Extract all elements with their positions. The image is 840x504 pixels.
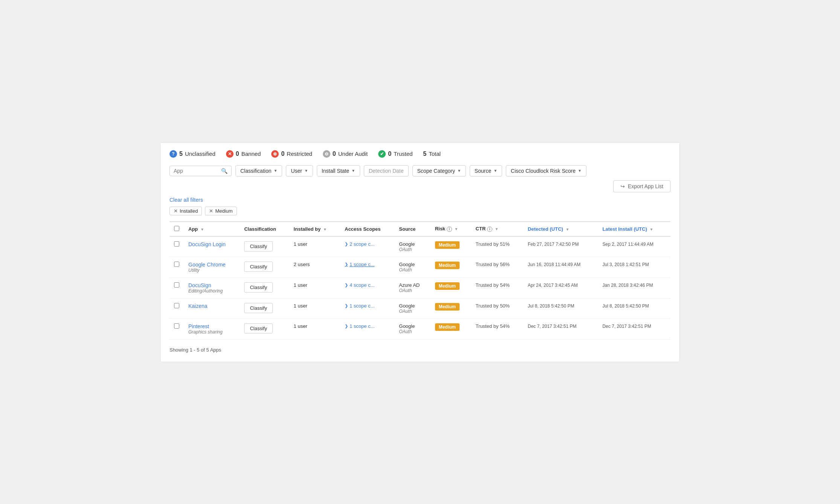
chevron-right-icon: ❯ (345, 324, 348, 329)
medium-filter-label: Medium (215, 208, 232, 214)
source-header: Source (394, 222, 430, 236)
export-row: ↪ Export App List (170, 180, 670, 192)
summary-total: 5 Total (423, 151, 441, 157)
row-checkbox[interactable] (174, 262, 179, 267)
scope-link[interactable]: ❯ 4 scope c... (345, 282, 390, 288)
clear-filters-link[interactable]: Clear all filters (170, 197, 203, 203)
app-category: Editing/Authoring (188, 288, 235, 294)
installed-by-cell: 2 users (289, 257, 340, 277)
restricted-icon: ⊕ (271, 150, 279, 158)
detected-cell: Feb 27, 2017 7:42:50 PM (523, 236, 598, 257)
app-category: Utility (188, 268, 235, 273)
select-all-checkbox[interactable] (174, 226, 179, 231)
source-dropdown[interactable]: Source ▼ (470, 165, 502, 177)
app-name-link[interactable]: DocuSign (188, 282, 235, 288)
restricted-count: 0 (281, 151, 284, 157)
risk-badge: Medium (435, 262, 460, 269)
search-box[interactable]: 🔍 (170, 166, 232, 176)
row-checkbox[interactable] (174, 282, 179, 288)
row-checkbox[interactable] (174, 241, 179, 247)
showing-label: Showing 1 - 5 of 5 Apps (170, 347, 221, 353)
app-name-link[interactable]: Google Chrome (188, 262, 235, 268)
risk-cell: Medium (431, 298, 471, 318)
audit-icon: ⊖ (323, 150, 330, 158)
access-scopes-cell: ❯ 1 scope c... (340, 318, 394, 339)
classify-cell: Classify (240, 298, 289, 318)
detection-date-input[interactable]: Detection Date (364, 165, 409, 177)
scope-link[interactable]: ❯ 2 scope c... (345, 241, 390, 247)
scope-link[interactable]: ❯ 1 scope c... (345, 303, 390, 309)
classify-button[interactable]: Classify (244, 323, 273, 333)
classify-button[interactable]: Classify (244, 282, 273, 292)
risk-info-icon[interactable]: i (447, 227, 452, 232)
source-label: Source (475, 168, 491, 174)
app-name-link[interactable]: Kaizena (188, 303, 235, 309)
chevron-right-icon: ❯ (345, 262, 348, 267)
source-primary: Google (399, 323, 426, 329)
source-caret: ▼ (493, 169, 497, 173)
ctr-value: Trusted by 56% (476, 262, 510, 267)
risk-score-caret: ▼ (578, 169, 582, 173)
access-scopes-cell: ❯ 4 scope c... (340, 277, 394, 298)
ctr-sort-icon[interactable]: ▼ (495, 227, 499, 231)
installed-by-sort-icon[interactable]: ▼ (323, 227, 327, 231)
search-input[interactable] (174, 168, 219, 174)
detected-cell: Jul 8, 2018 5:42:50 PM (523, 298, 598, 318)
risk-badge: Medium (435, 241, 460, 249)
app-cell: Kaizena (184, 298, 240, 318)
scope-category-dropdown[interactable]: Scope Category ▼ (412, 165, 466, 177)
banned-label: Banned (241, 151, 261, 157)
source-cell: Google OAuth (394, 318, 430, 339)
scope-link[interactable]: ❯ 1 scope c... (345, 323, 390, 329)
latest-install-cell: Sep 2, 2017 11:44:49 AM (598, 236, 670, 257)
trusted-count: 0 (388, 151, 391, 157)
install-state-label: Install State (322, 168, 349, 174)
latest-install-cell: Jul 3, 2018 1:42:51 PM (598, 257, 670, 277)
classify-button[interactable]: Classify (244, 262, 273, 272)
app-name-link[interactable]: Pinterest (188, 323, 235, 329)
row-checkbox[interactable] (174, 303, 179, 308)
restricted-label: Restricted (287, 151, 312, 157)
filter-tag-installed[interactable]: ✕ Installed (170, 207, 202, 215)
remove-installed-icon[interactable]: ✕ (174, 208, 178, 214)
row-checkbox-cell (170, 277, 184, 298)
classify-cell: Classify (240, 236, 289, 257)
installed-by-cell: 1 user (289, 236, 340, 257)
scope-link[interactable]: ❯ 1 scope c... (345, 262, 390, 267)
banned-icon: ✕ (226, 150, 234, 158)
installed-by-value: 2 users (294, 262, 310, 267)
summary-unclassified: ? 5 Unclassified (170, 150, 215, 158)
detected-sort-icon[interactable]: ▼ (566, 227, 570, 231)
user-caret: ▼ (304, 169, 308, 173)
user-dropdown[interactable]: User ▼ (286, 165, 313, 177)
detected-value: Feb 27, 2017 7:42:50 PM (528, 242, 579, 247)
trusted-icon: ✔ (378, 150, 386, 158)
classify-button[interactable]: Classify (244, 303, 273, 313)
apps-table: App ▼ Classification Installed by ▼ Acce… (170, 221, 670, 340)
app-name-link[interactable]: DocuSign Login (188, 241, 235, 247)
risk-score-dropdown[interactable]: Cisco Cloudlock Risk Score ▼ (506, 165, 586, 177)
row-checkbox[interactable] (174, 323, 179, 329)
ctr-cell: Trusted by 54% (471, 277, 523, 298)
ctr-value: Trusted by 50% (476, 303, 510, 309)
app-cell: DocuSign Editing/Authoring (184, 277, 240, 298)
ctr-info-icon[interactable]: i (487, 227, 492, 232)
filter-tag-medium[interactable]: ✕ Medium (205, 207, 237, 215)
detected-value: Jul 8, 2018 5:42:50 PM (528, 303, 574, 309)
installed-by-cell: 1 user (289, 298, 340, 318)
installed-by-value: 1 user (294, 323, 307, 329)
ctr-cell: Trusted by 51% (471, 236, 523, 257)
install-state-dropdown[interactable]: Install State ▼ (317, 165, 360, 177)
classify-cell: Classify (240, 257, 289, 277)
install-state-caret: ▼ (351, 169, 355, 173)
summary-restricted: ⊕ 0 Restricted (271, 150, 312, 158)
risk-sort-icon[interactable]: ▼ (454, 227, 458, 231)
source-primary: Google (399, 262, 426, 267)
export-button[interactable]: ↪ Export App List (613, 180, 670, 192)
remove-medium-icon[interactable]: ✕ (209, 208, 213, 214)
trusted-label: Trusted (394, 151, 412, 157)
app-sort-icon[interactable]: ▼ (200, 227, 204, 231)
classification-dropdown[interactable]: Classification ▼ (235, 165, 282, 177)
latest-install-sort-icon[interactable]: ▼ (649, 227, 653, 231)
classify-button[interactable]: Classify (244, 241, 273, 251)
